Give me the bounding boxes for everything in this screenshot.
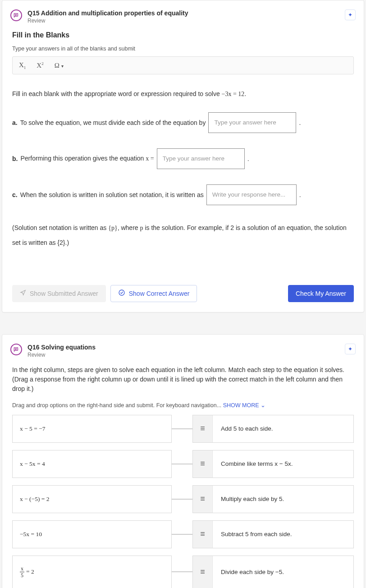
question-title: Q16 Solving equations: [27, 344, 345, 351]
connector-line: [172, 450, 192, 478]
question-card-q15: Q15 Addition and multiplication properti…: [2, 0, 364, 312]
step-text: Subtract 5 from each side.: [213, 521, 300, 548]
superscript-button[interactable]: X2: [37, 61, 43, 69]
chevron-down-icon: ⌄: [261, 402, 265, 409]
step-text: Add 5 to each side.: [213, 415, 281, 442]
paper-plane-icon: [20, 289, 26, 297]
equation-box: x − 5x = 4: [12, 450, 172, 478]
drag-instruction: Drag and drop options on the right-hand …: [12, 402, 354, 409]
step-text: Multiply each side by 5.: [213, 486, 292, 513]
math-toolbar: X1 X2 Ω ▾: [12, 56, 354, 74]
match-grid: x − 5 = −7 ≡ Add 5 to each side. x − 5x …: [12, 415, 354, 588]
section-title: Fill in the Blanks: [12, 31, 354, 39]
drag-handle-icon[interactable]: ≡: [193, 486, 213, 513]
step-box[interactable]: ≡ Divide each side by −5.: [192, 556, 354, 588]
equation-box: x5 = 2: [12, 556, 172, 588]
equation-box: x − 5 = −7: [12, 415, 172, 443]
prompt-text: Fill in each blank with the appropriate …: [12, 87, 354, 101]
show-more-link[interactable]: SHOW MORE ⌄: [223, 402, 265, 409]
answer-input-a[interactable]: [208, 112, 296, 133]
chevron-down-icon: ▾: [61, 64, 64, 69]
question-description: In the right column, steps are given to …: [12, 365, 354, 394]
favorite-button[interactable]: ✦: [345, 9, 356, 20]
match-row: x − 5x = 4 ≡ Combine like terms x − 5x.: [12, 450, 354, 478]
part-b: b. Performing this operation gives the e…: [12, 148, 354, 169]
card-header: Q16 Solving equations Review ✦: [2, 335, 364, 363]
show-submitted-button: Show Submitted Answer: [12, 285, 106, 302]
instruction-text: Type your answers in all of the blanks a…: [12, 46, 354, 52]
answer-input-b[interactable]: [157, 148, 245, 169]
drag-handle-icon[interactable]: ≡: [193, 521, 213, 548]
question-subtitle: Review: [27, 352, 345, 358]
drag-handle-icon[interactable]: ≡: [193, 415, 213, 442]
drag-handle-icon[interactable]: ≡: [193, 450, 213, 478]
connector-line: [172, 415, 192, 443]
question-title: Q15 Addition and multiplication properti…: [27, 9, 345, 17]
match-row: x − (−5) = 2 ≡ Multiply each side by 5.: [12, 485, 354, 513]
step-box[interactable]: ≡ Subtract 5 from each side.: [192, 520, 354, 548]
step-box[interactable]: ≡ Add 5 to each side.: [192, 415, 354, 443]
part-c: c. When the solution is written in solut…: [12, 184, 354, 205]
question-bubble-icon: [10, 9, 22, 21]
equation-box: −5x = 10: [12, 520, 172, 548]
answer-input-c[interactable]: [206, 184, 297, 205]
show-correct-button[interactable]: Show Correct Answer: [110, 285, 197, 302]
symbol-menu-button[interactable]: Ω ▾: [55, 62, 64, 69]
equation-box: x − (−5) = 2: [12, 485, 172, 513]
connector-line: [172, 485, 192, 513]
match-row: x5 = 2 ≡ Divide each side by −5.: [12, 556, 354, 588]
step-box[interactable]: ≡ Combine like terms x − 5x.: [192, 450, 354, 478]
question-card-q16: Q16 Solving equations Review ✦ In the ri…: [2, 334, 364, 588]
hint-text: (Solution set notation is written as {p}…: [12, 220, 354, 251]
svg-point-2: [119, 290, 124, 295]
connector-line: [172, 556, 192, 588]
connector-line: [172, 520, 192, 548]
match-row: −5x = 10 ≡ Subtract 5 from each side.: [12, 520, 354, 548]
card-header: Q15 Addition and multiplication properti…: [2, 0, 364, 29]
favorite-button[interactable]: ✦: [345, 344, 356, 354]
check-circle-icon: [118, 289, 125, 298]
step-text: Combine like terms x − 5x.: [213, 450, 301, 478]
step-box[interactable]: ≡ Multiply each side by 5.: [192, 485, 354, 513]
question-subtitle: Review: [27, 18, 345, 24]
subscript-button[interactable]: X1: [19, 61, 26, 70]
drag-handle-icon[interactable]: ≡: [193, 556, 213, 588]
step-text: Divide each side by −5.: [213, 556, 292, 588]
card-footer: Show Submitted Answer Show Correct Answe…: [2, 280, 364, 312]
match-row: x − 5 = −7 ≡ Add 5 to each side.: [12, 415, 354, 443]
part-a: a. To solve the equation, we must divide…: [12, 112, 354, 133]
question-bubble-icon: [10, 344, 22, 355]
check-answer-button[interactable]: Check My Answer: [288, 285, 354, 302]
star-icon: ✦: [348, 346, 352, 352]
star-icon: ✦: [348, 12, 352, 18]
